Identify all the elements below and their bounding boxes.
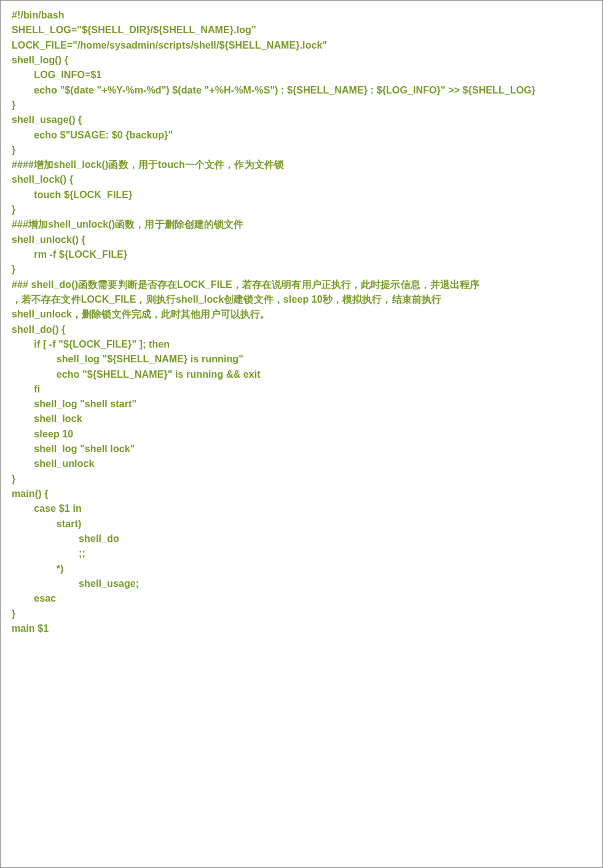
code-line: if [ -f "${LOCK_FILE}" ]; then	[12, 337, 591, 352]
code-line: *)	[12, 562, 591, 576]
code-line: shell_do() {	[12, 322, 591, 337]
code-line: #!/bin/bash	[12, 8, 591, 23]
code-line: ####增加shell_lock()函数，用于touch一个文件，作为文件锁	[12, 157, 591, 172]
code-line: LOCK_FILE="/home/sysadmin/scripts/shell/…	[12, 38, 591, 53]
code-line: shell_do	[12, 532, 591, 546]
code-line: start)	[12, 517, 591, 532]
code-line: main() {	[12, 487, 591, 501]
code-line: sleep 10	[12, 427, 591, 442]
code-line: esac	[12, 591, 591, 606]
code-line: ，若不存在文件LOCK_FILE，则执行shell_lock创建锁文件，slee…	[12, 292, 591, 307]
code-line: rm -f ${LOCK_FILE}	[12, 247, 591, 262]
code-line: shell_log() {	[12, 53, 591, 68]
code-line: shell_unlock，删除锁文件完成，此时其他用户可以执行。	[12, 307, 591, 322]
code-line: fi	[12, 382, 591, 397]
code-line: ###增加shell_unlock()函数，用于删除创建的锁文件	[12, 217, 591, 232]
code-line: echo $"USAGE: $0 {backup}"	[12, 128, 591, 143]
code-line: shell_log "${SHELL_NAME} is running"	[12, 352, 591, 367]
code-line: }	[12, 262, 591, 277]
code-line: shell_log "shell start"	[12, 397, 591, 412]
code-line: }	[12, 202, 591, 217]
code-line: shell_usage;	[12, 576, 591, 591]
code-line: shell_usage() {	[12, 113, 591, 127]
code-line: SHELL_LOG="${SHELL_DIR}/${SHELL_NAME}.lo…	[12, 23, 591, 38]
code-line: echo "$(date "+%Y-%m-%d") $(date "+%H-%M…	[12, 83, 591, 98]
code-line: shell_unlock	[12, 456, 591, 471]
code-line: shell_unlock() {	[12, 233, 591, 247]
code-line: ;;	[12, 546, 591, 561]
code-line: }	[12, 143, 591, 157]
code-line: LOG_INFO=$1	[12, 68, 591, 82]
code-line: main $1	[12, 621, 591, 636]
code-line: ### shell_do()函数需要判断是否存在LOCK_FILE，若存在说明有…	[12, 277, 591, 292]
code-line: }	[12, 98, 591, 113]
code-container: #!/bin/bash SHELL_LOG="${SHELL_DIR}/${SH…	[0, 0, 603, 868]
code-line: touch ${LOCK_FILE}	[12, 188, 591, 202]
code-line: shell_log "shell lock"	[12, 442, 591, 456]
code-line: echo "${SHELL_NAME}" is running && exit	[12, 367, 591, 382]
code-line: }	[12, 472, 591, 487]
code-line: shell_lock	[12, 412, 591, 426]
code-line: }	[12, 607, 591, 621]
code-line: case $1 in	[12, 501, 591, 516]
code-line: shell_lock() {	[12, 172, 591, 187]
